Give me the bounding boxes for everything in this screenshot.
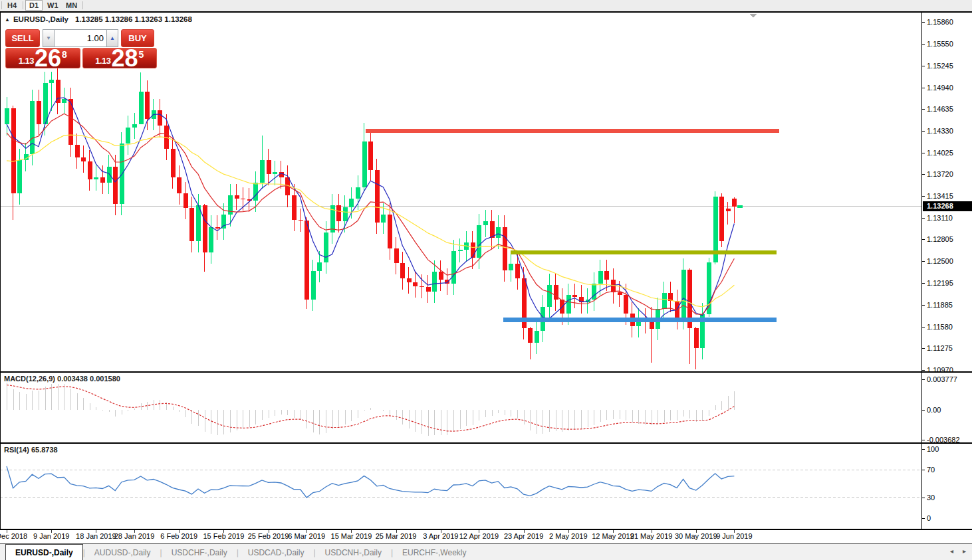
date-axis-label: 12 Apr 2019 [459, 532, 499, 540]
date-axis-label: 6 Mar 2019 [288, 532, 325, 540]
date-axis-label: 15 Feb 2019 [203, 532, 245, 540]
volume-decrease-button[interactable]: ▼ [43, 29, 55, 47]
date-axis-label: 18 Jan 2019 [76, 532, 116, 540]
price-axis-label: 1.14025 [927, 148, 953, 157]
sell-price-prefix: 1.13 [19, 56, 34, 66]
chart-tab-bar: EURUSD-,Daily|AUDUSD-,Daily|USDCHF-,Dail… [0, 543, 972, 560]
one-click-trade-panel: SELL ▼ ▲ BUY 1.13 26 8 1.13 28 5 [5, 29, 157, 68]
chart-tab-usdcnh[interactable]: USDCNH-,Daily [316, 544, 391, 560]
price-chart-canvas[interactable] [0, 0, 972, 560]
price-axis-label: 1.12195 [927, 278, 953, 288]
macd-axis-label: 0.003777 [927, 375, 957, 384]
price-axis-label: 1.14635 [927, 104, 953, 114]
date-axis-label: 6 Feb 2019 [160, 532, 197, 540]
buy-price-tile[interactable]: 1.13 28 5 [82, 48, 158, 68]
panel-borders [0, 11, 972, 533]
buy-price-sup: 5 [139, 49, 144, 60]
sell-price-big: 26 [35, 48, 61, 68]
rsi-axis-label: 0 [927, 513, 931, 523]
macd-axis-label: 0.00 [927, 405, 941, 415]
date-axis-label: 12 May 2019 [592, 532, 634, 540]
price-axis-label: 1.13415 [927, 191, 953, 201]
rsi-axis-label: 70 [927, 465, 935, 474]
mt4-window: H4D1W1MN ▲EURUSD-,Daily1.13285 1.13286 1… [0, 0, 972, 560]
date-axis-label: 28 Jan 2019 [114, 532, 155, 540]
price-axis-label: 1.15860 [927, 17, 953, 27]
date-axis-label: 9 Jan 2019 [33, 532, 69, 540]
chart-title: ▲EURUSD-,Daily1.13285 1.13286 1.13263 1.… [5, 15, 192, 25]
price-axis-label: 1.11275 [927, 343, 953, 353]
chart-tab-eurusd[interactable]: EURUSD-,Daily [5, 544, 83, 560]
resistance-line [366, 129, 779, 133]
date-axis-label: 30 May 2019 [675, 532, 717, 540]
rsi-layer [0, 466, 921, 498]
price-axis-label: 1.13720 [927, 169, 953, 179]
chevron-down-icon: ▼ [46, 35, 51, 41]
chevron-up-icon: ▲ [110, 35, 115, 41]
tab-scroll-right-icon[interactable]: ▸ [963, 547, 966, 555]
price-axis-label: 1.15550 [927, 39, 953, 48]
macd-indicator-label: MACD(12,26,9) 0.003438 0.001580 [4, 375, 120, 383]
mid-support-line [511, 250, 777, 254]
date-axis-label: 25 Feb 2019 [248, 532, 289, 540]
price-axis-label: 1.13110 [927, 213, 953, 223]
chart-shift-marker [750, 14, 757, 18]
volume-input[interactable] [55, 29, 106, 47]
last-bar-marker [737, 205, 743, 208]
macd-axis-label: -0.003682 [927, 435, 960, 444]
date-axis-label: 21 May 2019 [630, 532, 673, 540]
price-axis-label: 1.14940 [927, 83, 953, 92]
symbol-period-label: EURUSD-,Daily [13, 15, 68, 23]
date-axis-label: 15 Mar 2019 [331, 532, 372, 540]
chart-tab-usdcad[interactable]: USDCAD-,Daily [239, 544, 314, 560]
current-price-tag: 1.13268 [923, 201, 972, 211]
ohlc-quotes: 1.13285 1.13286 1.13263 1.13268 [75, 15, 192, 23]
date-axis-label: 9 Jun 2019 [716, 532, 752, 540]
tab-scroll-left-icon[interactable]: ◂ [950, 547, 953, 555]
collapse-panel-icon[interactable]: ▲ [5, 17, 10, 23]
macd-layer [7, 383, 735, 436]
date-axis-label: 2 May 2019 [549, 532, 587, 540]
date-axis-label: 25 Mar 2019 [376, 532, 417, 540]
price-axis-label: 1.12805 [927, 234, 953, 244]
buy-price-big: 28 [111, 48, 138, 68]
rsi-line [7, 466, 734, 498]
sell-button[interactable]: SELL [5, 29, 40, 47]
price-axis-label: 1.11885 [927, 300, 953, 310]
support-line [503, 318, 777, 322]
rsi-axis-label: 100 [927, 444, 939, 454]
chart-tab-audusd[interactable]: AUDUSD-,Daily [85, 544, 160, 560]
price-axis-label: 1.12500 [927, 256, 953, 266]
buy-price-prefix: 1.13 [95, 56, 110, 66]
price-axis-label: 1.15245 [927, 61, 953, 70]
rsi-axis-label: 30 [927, 493, 935, 502]
price-axis-label: 1.11580 [927, 322, 953, 331]
price-axis-label: 1.14330 [927, 126, 953, 136]
date-axis-label: 3 Apr 2019 [423, 532, 458, 540]
rsi-indicator-label: RSI(14) 65.8738 [4, 446, 58, 454]
sell-price-tile[interactable]: 1.13 26 8 [5, 48, 80, 68]
date-axis-label: 31 Dec 2018 [0, 532, 27, 540]
volume-increase-button[interactable]: ▲ [106, 29, 118, 47]
price-axis-label: 1.10970 [927, 365, 953, 375]
candles-layer [5, 68, 737, 369]
buy-button[interactable]: BUY [121, 29, 154, 47]
chart-tab-eurchf[interactable]: EURCHF-,Weekly [393, 544, 475, 560]
date-axis-label: 23 Apr 2019 [504, 532, 543, 540]
sell-price-sup: 8 [62, 49, 67, 60]
chart-tab-usdchf[interactable]: USDCHF-,Daily [162, 544, 237, 560]
